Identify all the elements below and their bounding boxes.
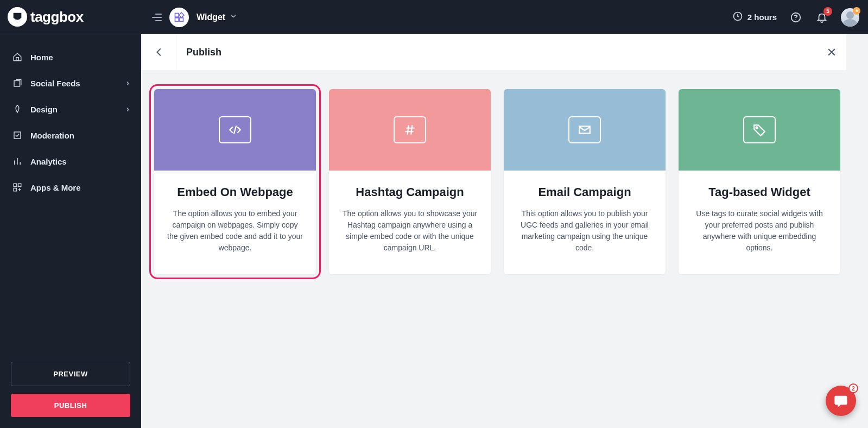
nav-item-label: Apps & More: [30, 183, 81, 192]
card-embed-webpage[interactable]: Embed On Webpage The option allows you t…: [154, 89, 316, 274]
nav-item-label: Social Feeds: [30, 79, 80, 88]
session-time[interactable]: 2 hours: [732, 11, 777, 24]
svg-rect-1: [14, 132, 21, 139]
nav-item-label: Design: [30, 105, 58, 114]
svg-rect-0: [14, 81, 20, 87]
nav-item-label: Home: [30, 53, 53, 62]
menu-toggle-button[interactable]: [152, 14, 162, 21]
svg-rect-4: [14, 188, 16, 191]
card-description: Use tags to curate social widgets with y…: [690, 208, 828, 254]
feeds-icon: [12, 78, 23, 88]
topbar: Widget 2 hours 5 ★: [141, 0, 868, 34]
card-hero: [679, 89, 840, 171]
card-description: The option allows you to embed your camp…: [166, 208, 304, 254]
svg-rect-7: [175, 17, 179, 21]
analytics-icon: [12, 156, 23, 166]
card-title: Email Campaign: [516, 185, 654, 200]
chat-badge: 2: [848, 383, 858, 393]
nav-analytics[interactable]: Analytics: [0, 148, 141, 174]
svg-point-13: [756, 127, 758, 129]
card-title: Embed On Webpage: [166, 185, 304, 200]
nav-social-feeds[interactable]: Social Feeds ›: [0, 70, 141, 96]
nav-item-label: Moderation: [30, 131, 74, 140]
svg-rect-2: [14, 184, 16, 186]
session-time-label: 2 hours: [747, 12, 777, 22]
notifications-button[interactable]: 5: [815, 10, 829, 24]
hashtag-icon: [394, 116, 426, 143]
tag-icon: [743, 116, 776, 143]
card-description: This option allows you to publish your U…: [516, 208, 654, 254]
moderation-icon: [12, 130, 23, 140]
user-star-badge-icon: ★: [853, 7, 860, 15]
chevron-right-icon: ›: [126, 78, 129, 88]
page-title: Publish: [186, 47, 221, 58]
card-title: Tag-based Widget: [690, 185, 828, 200]
widget-type-icon: [169, 8, 189, 27]
nav-moderation[interactable]: Moderation: [0, 122, 141, 148]
publish-options: Embed On Webpage The option allows you t…: [145, 78, 868, 428]
brand-name: taggbox: [30, 9, 84, 26]
nav-apps-more[interactable]: Apps & More: [0, 174, 141, 200]
svg-rect-6: [179, 12, 183, 17]
nav-home[interactable]: Home: [0, 44, 141, 70]
widget-selector-dropdown[interactable]: [230, 12, 237, 22]
close-button[interactable]: [817, 34, 846, 70]
apps-icon: [12, 182, 23, 192]
user-menu[interactable]: ★: [841, 8, 859, 27]
nav-item-label: Analytics: [30, 157, 67, 166]
back-button[interactable]: [142, 34, 176, 70]
widget-selector-label: Widget: [197, 12, 225, 22]
sidebar-actions: PREVIEW PUBLISH: [0, 351, 141, 428]
brand-logo[interactable]: taggbox: [0, 0, 141, 34]
clock-icon: [732, 11, 743, 24]
card-hero: [154, 89, 316, 171]
card-description: The option allows you to showcase your H…: [341, 208, 479, 254]
card-tag-based-widget[interactable]: Tag-based Widget Use tags to curate soci…: [679, 89, 840, 274]
notifications-count: 5: [823, 7, 832, 16]
chat-icon: [833, 393, 848, 408]
publish-button[interactable]: PUBLISH: [11, 394, 130, 417]
help-button[interactable]: [789, 10, 803, 24]
nav-design[interactable]: Design ›: [0, 96, 141, 122]
chat-launcher[interactable]: 2: [826, 386, 856, 416]
sidebar: taggbox Home Social Feeds › Design ›: [0, 0, 141, 428]
card-hero: [504, 89, 666, 171]
content-header: Publish: [141, 34, 846, 70]
svg-point-11: [795, 19, 796, 20]
card-hero: [329, 89, 491, 171]
svg-rect-3: [18, 184, 21, 186]
card-hashtag-campaign[interactable]: Hashtag Campaign The option allows you t…: [329, 89, 491, 274]
home-icon: [12, 52, 23, 62]
preview-button[interactable]: PREVIEW: [11, 362, 130, 386]
sidebar-nav: Home Social Feeds › Design › Moderation: [0, 34, 141, 351]
card-title: Hashtag Campaign: [341, 185, 479, 200]
chevron-right-icon: ›: [126, 104, 129, 114]
brand-logo-icon: [8, 7, 27, 27]
email-icon: [568, 116, 601, 143]
design-icon: [12, 104, 23, 114]
card-email-campaign[interactable]: Email Campaign This option allows you to…: [504, 89, 666, 274]
svg-rect-5: [175, 13, 179, 17]
embed-code-icon: [219, 116, 251, 143]
svg-rect-8: [180, 17, 183, 21]
